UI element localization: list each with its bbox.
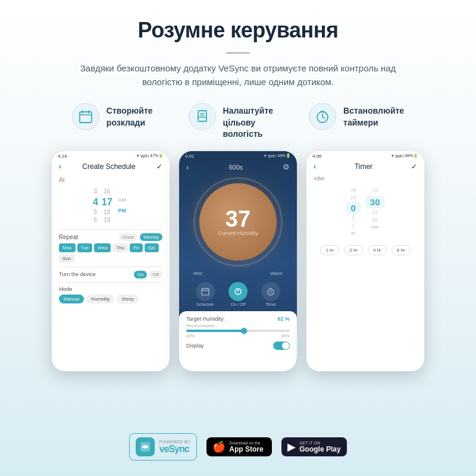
- weekly-btn[interactable]: Weekly: [140, 233, 162, 241]
- phone2-bottom: Target Humidity: 62 % Recommended 40% 80…: [179, 311, 297, 371]
- day-wed[interactable]: Wed: [94, 243, 111, 252]
- page-wrapper: Розумне керування Завдяки безкоштовному …: [0, 0, 476, 476]
- vesync-logo-icon: [136, 437, 155, 456]
- phone3-check[interactable]: ✓: [411, 162, 417, 171]
- min-after-2: 32: [372, 217, 378, 223]
- after-label: After: [306, 173, 424, 183]
- quick-4hr[interactable]: 4 hr: [368, 245, 387, 255]
- schedule-icon-item[interactable]: Schedule: [196, 282, 215, 306]
- day-sun[interactable]: Sun: [59, 254, 74, 263]
- mode-humidity[interactable]: Humidity: [86, 295, 114, 303]
- hr-before-1: 28: [350, 187, 356, 193]
- mode-manual[interactable]: Manual: [59, 295, 84, 303]
- clock-icon: [309, 103, 336, 130]
- day-sat[interactable]: Sat: [145, 243, 159, 252]
- slider-max: 80%: [281, 334, 290, 338]
- phone2-back[interactable]: ‹: [186, 162, 189, 172]
- min-label: min: [371, 224, 379, 230]
- slider-thumb: [241, 328, 247, 334]
- apple-icon: 🍎: [212, 440, 226, 453]
- schedule-circle: [196, 282, 215, 301]
- main-title: Розумне керування: [138, 18, 339, 43]
- phone3-back[interactable]: ‹: [314, 162, 316, 171]
- min-before-1: 29: [372, 187, 378, 193]
- min-after-2: 19: [104, 217, 110, 223]
- timer-icon-item[interactable]: Timer: [261, 282, 280, 306]
- subtitle: Завдяки безкоштовному додатку VeSync ви …: [60, 62, 416, 89]
- minute-col: 16 17 18 19: [102, 188, 112, 223]
- feature-timer: Встановлюйтетаймери: [309, 103, 404, 140]
- title-divider: [226, 52, 250, 54]
- humidity-slider[interactable]: [186, 330, 290, 332]
- mode-sleep[interactable]: Sleep: [117, 295, 138, 303]
- day-mon[interactable]: Mon: [59, 243, 76, 252]
- feature-schedule: Створюйтерозклади: [72, 103, 153, 140]
- phone3-status-bar: 4:06 ▾WiFi48%🔋: [306, 151, 424, 160]
- quick-times-row: 1 hr 2 hr 4 hr 8 hr: [306, 243, 424, 258]
- days-row: Mon Tue Wed Thu Fri Sat Sun: [59, 243, 162, 263]
- phone2-status-icons: ▾WiFi48%🔋: [264, 154, 291, 158]
- footer: POWERED BY veSync 🍎 Download on the App …: [89, 426, 387, 464]
- pm-btn[interactable]: PM: [116, 206, 129, 215]
- timer-btn-label: Timer: [265, 302, 276, 306]
- turn-device-row: Turn the device On Off: [59, 271, 162, 278]
- off-btn[interactable]: Off: [149, 271, 162, 278]
- quick-2hr[interactable]: 2 hr: [344, 245, 363, 255]
- vesync-text: POWERED BY veSync: [159, 440, 190, 455]
- feature-timer-label: Встановлюйтетаймери: [343, 103, 404, 129]
- get-it-on-label: GET IT ON: [299, 441, 340, 445]
- display-toggle[interactable]: [273, 342, 290, 350]
- svg-rect-0: [80, 112, 92, 123]
- timer-min-col: 29 30 31 32 min: [365, 187, 385, 236]
- app-store-badge[interactable]: 🍎 Download on the App Store: [206, 437, 272, 456]
- phone2-icons-row: Schedule On / Off: [179, 277, 297, 309]
- humidity-circle-area: 37 Current Humidity: [179, 174, 297, 270]
- google-play-badge[interactable]: ▶ GET IT ON Google Play: [281, 437, 347, 456]
- day-thu[interactable]: Thu: [112, 243, 128, 252]
- target-humidity-row: Target Humidity: 62 %: [186, 316, 290, 322]
- quick-8hr[interactable]: 8 hr: [392, 245, 411, 255]
- back-arrow-icon[interactable]: ‹: [59, 162, 61, 171]
- min-selected: 30: [365, 196, 385, 208]
- google-play-name: Google Play: [299, 445, 340, 453]
- hr-after-1: 1: [352, 215, 355, 221]
- flask-icon: [189, 103, 216, 130]
- min-after-1: 31: [372, 209, 378, 215]
- phone2-settings[interactable]: ⚙: [283, 162, 290, 171]
- day-fri[interactable]: Fri: [130, 243, 142, 252]
- day-tue[interactable]: Tue: [77, 243, 93, 252]
- turn-device-label: Turn the device: [59, 271, 96, 277]
- phone2-status-bar: 4:01 ▾WiFi48%🔋: [179, 151, 297, 160]
- phone1-time: 4:14: [58, 154, 67, 159]
- target-label: Target Humidity:: [186, 316, 225, 322]
- phone2-time: 4:01: [185, 154, 195, 159]
- phone1-status-bar: 4:14 ▾WiFi47%🔋: [52, 151, 170, 160]
- phone1-content: At 3 4 5 6 16 17 18 19: [52, 173, 170, 307]
- hour-col: 3 4 5 6: [93, 188, 98, 223]
- on-off-toggle: On Off: [134, 271, 162, 278]
- once-btn[interactable]: Once: [119, 233, 137, 241]
- phone-schedule: 4:14 ▾WiFi47%🔋 ‹ Create Schedule ✓ At 3 …: [52, 151, 170, 371]
- humidity-label: Current Humidity: [218, 230, 258, 236]
- phone2-header: ‹ 600s ⚙: [179, 160, 297, 174]
- check-icon[interactable]: ✓: [156, 162, 162, 171]
- humidity-max-label: Warm: [270, 271, 283, 276]
- feature-schedule-label: Створюйтерозклади: [107, 103, 153, 129]
- am-btn[interactable]: AM: [116, 196, 129, 204]
- svg-rect-4: [198, 111, 206, 121]
- svg-line-20: [271, 292, 273, 293]
- target-value: 62 %: [277, 316, 290, 322]
- svg-rect-12: [202, 289, 209, 295]
- at-label: At: [59, 177, 162, 183]
- repeat-row: Repeat Once Weekly: [59, 233, 162, 241]
- onoff-icon-item[interactable]: On / Off: [228, 282, 248, 306]
- phones-row: 4:14 ▾WiFi47%🔋 ‹ Create Schedule ✓ At 3 …: [52, 151, 424, 420]
- toggle-thumb: [282, 342, 289, 349]
- phone3-title: Timer: [355, 162, 372, 171]
- on-btn[interactable]: On: [134, 271, 148, 278]
- quick-1hr[interactable]: 1 hr: [320, 245, 339, 255]
- hour-after-1: 5: [94, 209, 98, 215]
- hour-after-2: 6: [94, 217, 98, 223]
- phone3-status-icons: ▾WiFi48%🔋: [392, 154, 418, 158]
- recommended-label: Recommended: [186, 324, 290, 328]
